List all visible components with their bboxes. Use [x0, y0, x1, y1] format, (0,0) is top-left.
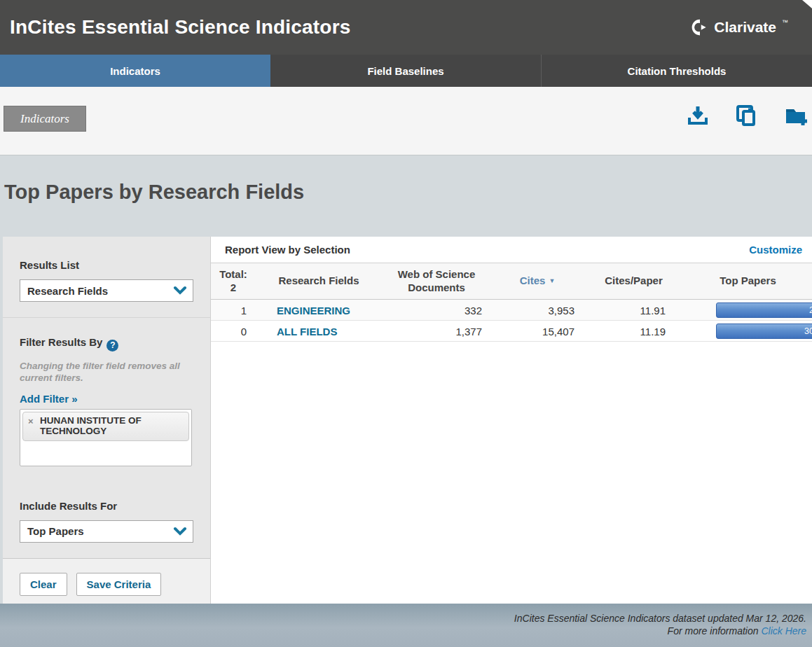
- filter-note: Changing the filter field removes all cu…: [20, 360, 193, 384]
- app-header: InCites Essential Science Indicators Cla…: [0, 0, 812, 55]
- table-row: 1 ENGINEERING 332 3,953 11.91 2: [211, 300, 812, 321]
- filter-section: Filter Results By? Changing the filter f…: [3, 318, 210, 482]
- include-results-select[interactable]: Top Papers: [20, 520, 193, 543]
- table-row: 0 ALL FIELDS 1,377 15,407 11.19 30: [211, 321, 812, 342]
- results-list-label: Results List: [20, 259, 193, 271]
- total-label: Total:: [219, 268, 247, 281]
- include-results-label: Include Results For: [20, 500, 193, 512]
- sidebar: Results List Research Fields Filter Resu…: [3, 237, 210, 604]
- app-title: InCites Essential Science Indicators: [10, 16, 351, 39]
- research-field-link[interactable]: ENGINEERING: [256, 305, 350, 316]
- tab-indicators[interactable]: Indicators: [0, 55, 270, 87]
- cites-value: 3,953: [491, 300, 584, 321]
- tab-citation-thresholds[interactable]: Citation Thresholds: [541, 55, 812, 87]
- main-tabbar: Indicators Field Baselines Citation Thre…: [0, 55, 812, 87]
- add-filter-link[interactable]: Add Filter »: [20, 393, 78, 405]
- footer-line2: For more information Click Here: [0, 625, 806, 638]
- folder-add-icon[interactable]: [784, 104, 808, 127]
- total-value: 2: [230, 281, 236, 295]
- cites-per-paper-value: 11.19: [584, 321, 684, 342]
- cites-value: 15,407: [491, 321, 584, 342]
- page-band: Top Papers by Research Fields: [0, 155, 812, 204]
- results-list-section: Results List Research Fields: [3, 237, 210, 318]
- brand-name: Clarivate: [714, 19, 776, 36]
- customize-link[interactable]: Customize: [749, 244, 802, 256]
- results-list-value: Research Fields: [27, 285, 108, 297]
- research-field-link[interactable]: ALL FIELDS: [256, 326, 337, 338]
- sort-desc-icon: ▼: [549, 277, 555, 285]
- breadcrumb-indicators-button[interactable]: Indicators: [4, 106, 86, 132]
- column-wos-documents[interactable]: Web of Science Documents: [382, 263, 491, 299]
- filter-label: Filter Results By?: [20, 336, 193, 352]
- column-top-papers[interactable]: Top Papers: [684, 263, 812, 299]
- footer-line1: InCites Essential Science Indicators dat…: [0, 613, 806, 625]
- save-criteria-button[interactable]: Save Criteria: [76, 573, 162, 596]
- column-cites-sorted[interactable]: Cites ▼: [491, 263, 584, 299]
- cites-per-paper-value: 11.91: [584, 300, 684, 321]
- top-papers-bar-cell: 2: [684, 300, 812, 321]
- top-papers-bar[interactable]: 2: [716, 302, 812, 318]
- wos-docs-value: 332: [382, 300, 491, 321]
- clarivate-logo: Clarivate™: [691, 18, 788, 36]
- report-titlebar: Report View by Selection Customize: [211, 237, 812, 263]
- wos-docs-value: 1,377: [382, 321, 491, 342]
- filter-tag[interactable]: × HUNAN INSTITUTE OF TECHNOLOGY: [22, 412, 189, 441]
- table-header-row: Total: 2 Research Fields Web of Science …: [211, 263, 812, 300]
- include-results-section: Include Results For Top Papers: [3, 482, 210, 558]
- remove-filter-icon[interactable]: ×: [28, 416, 34, 426]
- print-icon[interactable]: [735, 104, 759, 127]
- include-results-value: Top Papers: [27, 525, 84, 537]
- chevron-down-icon: [173, 286, 187, 295]
- tab-field-baselines[interactable]: Field Baselines: [270, 55, 541, 87]
- clear-button[interactable]: Clear: [20, 573, 67, 596]
- row-number: 0: [211, 321, 256, 342]
- column-research-fields[interactable]: Research Fields: [256, 263, 382, 299]
- results-list-select[interactable]: Research Fields: [20, 279, 193, 302]
- help-icon[interactable]: ?: [106, 340, 118, 352]
- chevron-down-icon: [173, 527, 187, 536]
- report-title: Report View by Selection: [225, 244, 350, 256]
- bar-value-label: 30: [804, 326, 812, 336]
- top-papers-bar-cell: 30: [684, 321, 812, 342]
- filter-tag-list: × HUNAN INSTITUTE OF TECHNOLOGY: [20, 409, 192, 466]
- column-cites-per-paper[interactable]: Cites/Paper: [584, 263, 684, 299]
- click-here-link[interactable]: Click Here: [761, 625, 806, 636]
- sidebar-buttons: Clear Save Criteria: [3, 559, 210, 610]
- corner-notch: [802, 0, 812, 8]
- filter-label-text: Filter Results By: [20, 336, 102, 348]
- toolbar: Indicators: [0, 87, 812, 155]
- top-papers-bar[interactable]: 30: [716, 324, 812, 339]
- clarivate-logo-icon: [691, 18, 709, 36]
- content-area: Results List Research Fields Filter Resu…: [0, 237, 812, 604]
- download-icon[interactable]: [686, 104, 710, 127]
- footer-line2-text: For more information: [668, 625, 762, 636]
- bar-value-label: 2: [809, 305, 812, 315]
- cites-label: Cites: [520, 274, 546, 288]
- brand-trademark: ™: [782, 19, 788, 26]
- filter-tag-label: HUNAN INSTITUTE OF TECHNOLOGY: [40, 415, 184, 437]
- report-panel: Report View by Selection Customize Total…: [210, 237, 812, 604]
- row-number: 1: [211, 300, 256, 321]
- sidebar-filter-panel: Results List Research Fields Filter Resu…: [3, 237, 210, 559]
- footer: InCites Essential Science Indicators dat…: [0, 604, 812, 647]
- page-title: Top Papers by Research Fields: [0, 155, 812, 204]
- column-total: Total: 2: [211, 263, 256, 299]
